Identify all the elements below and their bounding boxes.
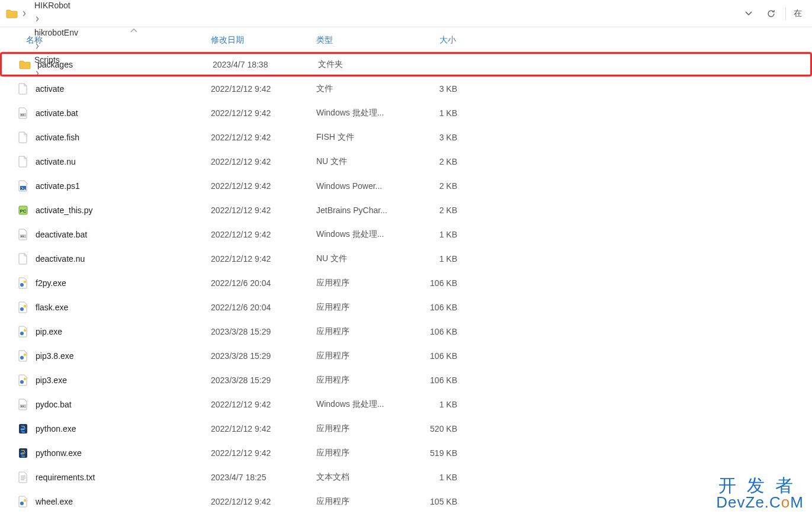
folder-row[interactable]: packages2023/4/7 18:38文件夹 <box>0 52 812 76</box>
file-icon <box>17 471 30 484</box>
file-name: activate.bat <box>36 108 211 118</box>
file-icon <box>17 131 30 144</box>
file-name: requirements.txt <box>36 473 211 482</box>
file-size: 2 KB <box>407 205 461 215</box>
file-row[interactable]: activate2022/12/12 9:42文件3 KB <box>0 76 812 101</box>
divider <box>785 7 786 20</box>
svg-point-21 <box>23 406 24 407</box>
file-size: 105 KB <box>407 497 461 506</box>
file-date: 2022/12/12 9:42 <box>211 133 316 142</box>
file-type: Windows 批处理... <box>316 108 407 118</box>
chevron-right-icon[interactable] <box>18 5 31 23</box>
file-name: wheel.exe <box>36 497 211 506</box>
file-size: 1 KB <box>407 254 461 264</box>
file-type: 文件夹 <box>318 59 409 70</box>
sort-asc-icon <box>130 28 137 35</box>
file-name: f2py.exe <box>36 278 211 288</box>
svg-text:PC: PC <box>20 208 26 214</box>
file-type: 应用程序 <box>316 351 407 361</box>
file-row[interactable]: activate.nu2022/12/12 9:42NU 文件2 KB <box>0 149 812 174</box>
svg-point-10 <box>24 280 26 282</box>
file-icon <box>17 107 30 120</box>
file-date: 2022/12/12 9:42 <box>211 448 316 458</box>
file-name: pip3.8.exe <box>36 351 211 361</box>
folder-icon <box>18 58 31 71</box>
file-icon <box>17 495 30 508</box>
file-icon <box>17 422 30 435</box>
file-row[interactable]: activate.fish2022/12/12 9:42FISH 文件3 KB <box>0 125 812 149</box>
file-size: 3 KB <box>407 133 461 142</box>
file-type: FISH 文件 <box>316 132 407 143</box>
file-list[interactable]: 名称 修改日期 类型 大小 packages2023/4/7 18:38文件夹a… <box>0 27 812 517</box>
file-icon <box>17 82 30 95</box>
column-header-row[interactable]: 名称 修改日期 类型 大小 <box>0 27 812 52</box>
file-row[interactable]: pip3.8.exe2023/3/28 15:29应用程序106 KB <box>0 343 812 368</box>
address-bar: 此电脑Data (D:)HIKRobothikrobotEnvScripts 在 <box>0 0 812 27</box>
file-name: packages <box>37 60 213 69</box>
file-type: Windows 批处理... <box>316 229 407 240</box>
file-icon <box>17 325 30 338</box>
file-size: 519 KB <box>407 448 461 458</box>
file-date: 2022/12/12 9:42 <box>211 400 316 409</box>
file-row[interactable]: activate.bat2022/12/12 9:42Windows 批处理..… <box>0 101 812 125</box>
svg-point-12 <box>24 304 26 307</box>
column-header-name[interactable]: 名称 <box>26 28 211 52</box>
file-date: 2022/12/12 9:42 <box>211 157 316 166</box>
file-icon <box>17 277 30 290</box>
file-icon <box>17 349 30 362</box>
file-date: 2022/12/6 20:04 <box>211 278 316 288</box>
file-icon <box>17 155 30 168</box>
file-name: activate_this.py <box>36 205 211 215</box>
file-row[interactable]: requirements.txt2023/4/7 18:25文本文档1 KB <box>0 465 812 489</box>
file-type: 文件 <box>316 84 407 94</box>
file-row[interactable]: pip3.exe2023/3/28 15:29应用程序106 KB <box>0 368 812 392</box>
column-header-size[interactable]: 大小 <box>407 28 461 52</box>
file-row[interactable]: python.exe2022/12/12 9:42应用程序520 KB <box>0 416 812 441</box>
file-type: 应用程序 <box>316 448 407 458</box>
file-row[interactable]: pythonw.exe2022/12/12 9:42应用程序519 KB <box>0 441 812 465</box>
file-size: 106 KB <box>407 278 461 288</box>
file-type: NU 文件 <box>316 156 407 167</box>
file-size: 1 KB <box>407 400 461 409</box>
file-row[interactable]: activate.ps12022/12/12 9:42Windows Power… <box>0 174 812 198</box>
file-size: 520 KB <box>407 424 461 433</box>
file-row[interactable]: deactivate.bat2022/12/12 9:42Windows 批处理… <box>0 222 812 246</box>
file-icon <box>17 398 30 411</box>
file-row[interactable]: PCactivate_this.py2022/12/12 9:42JetBrai… <box>0 198 812 222</box>
file-row[interactable]: wheel.exe2022/12/12 9:42应用程序105 KB <box>0 489 812 513</box>
file-date: 2023/3/28 15:29 <box>211 327 316 336</box>
file-type: 应用程序 <box>316 423 407 434</box>
file-icon <box>17 447 30 460</box>
file-row[interactable]: pip.exe2023/3/28 15:29应用程序106 KB <box>0 319 812 343</box>
file-type: NU 文件 <box>316 253 407 264</box>
refresh-button[interactable] <box>760 5 782 23</box>
svg-point-25 <box>24 499 26 501</box>
file-icon <box>17 228 30 241</box>
file-type: 应用程序 <box>316 326 407 337</box>
file-row[interactable]: f2py.exe2022/12/6 20:04应用程序106 KB <box>0 271 812 295</box>
svg-point-8 <box>23 236 24 237</box>
breadcrumb-item[interactable]: HIKRobot <box>31 0 74 12</box>
svg-point-24 <box>20 502 24 505</box>
svg-point-7 <box>21 236 22 237</box>
history-dropdown-button[interactable] <box>738 5 759 23</box>
file-size: 3 KB <box>407 84 461 94</box>
address-bar-controls: 在 <box>738 5 807 23</box>
file-row[interactable]: flask.exe2022/12/6 20:04应用程序106 KB <box>0 295 812 319</box>
file-date: 2022/12/12 9:42 <box>211 84 316 94</box>
folder-prefix-icon <box>6 8 18 20</box>
search-prefix[interactable]: 在 <box>789 5 806 23</box>
svg-point-9 <box>20 283 24 287</box>
file-date: 2023/4/7 18:38 <box>213 60 318 69</box>
svg-point-14 <box>24 329 26 331</box>
file-name: flask.exe <box>36 303 211 312</box>
file-name: pip3.exe <box>36 375 211 385</box>
file-name: python.exe <box>36 424 211 433</box>
file-row[interactable]: pydoc.bat2022/12/12 9:42Windows 批处理...1 … <box>0 392 812 416</box>
file-date: 2022/12/12 9:42 <box>211 181 316 191</box>
file-row[interactable]: deactivate.nu2022/12/12 9:42NU 文件1 KB <box>0 246 812 271</box>
chevron-right-icon[interactable] <box>31 10 44 28</box>
column-header-type[interactable]: 类型 <box>316 28 407 52</box>
svg-point-20 <box>21 406 22 407</box>
column-header-date[interactable]: 修改日期 <box>211 28 316 52</box>
